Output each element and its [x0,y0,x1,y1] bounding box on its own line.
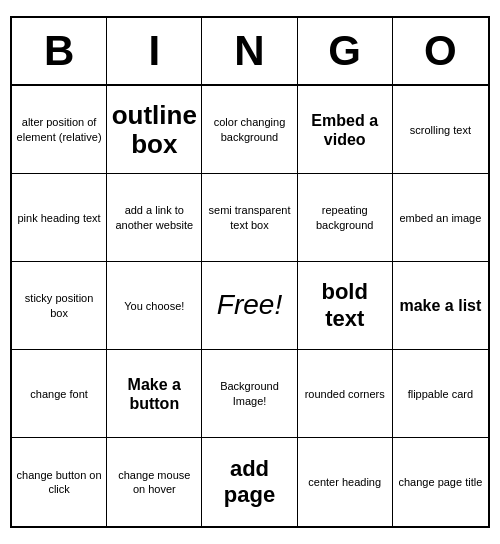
cell-text-4: scrolling text [410,123,471,137]
bingo-cell-18: rounded corners [298,350,393,438]
cell-text-18: rounded corners [305,387,385,401]
bingo-cell-3: Embed a video [298,86,393,174]
bingo-cell-17: Background Image! [202,350,297,438]
cell-text-12: Free! [217,287,282,323]
bingo-cell-22: add page [202,438,297,526]
bingo-cell-4: scrolling text [393,86,488,174]
cell-text-5: pink heading text [18,211,101,225]
bingo-cell-16: Make a button [107,350,202,438]
bingo-cell-19: flippable card [393,350,488,438]
cell-text-3: Embed a video [302,111,388,149]
cell-text-20: change button on click [16,468,102,497]
cell-text-0: alter position of element (relative) [16,115,102,144]
bingo-grid: alter position of element (relative)outl… [12,86,488,526]
cell-text-21: change mouse on hover [111,468,197,497]
bingo-cell-24: change page title [393,438,488,526]
bingo-cell-21: change mouse on hover [107,438,202,526]
cell-text-15: change font [30,387,88,401]
bingo-cell-10: sticky position box [12,262,107,350]
cell-text-7: semi transparent text box [206,203,292,232]
cell-text-6: add a link to another website [111,203,197,232]
bingo-cell-2: color changing background [202,86,297,174]
bingo-cell-15: change font [12,350,107,438]
bingo-cell-0: alter position of element (relative) [12,86,107,174]
bingo-card: BINGO alter position of element (relativ… [10,16,490,528]
bingo-cell-23: center heading [298,438,393,526]
cell-text-1: outline box [111,101,197,158]
bingo-letter-n: N [202,18,297,84]
cell-text-17: Background Image! [206,379,292,408]
bingo-cell-7: semi transparent text box [202,174,297,262]
cell-text-19: flippable card [408,387,473,401]
cell-text-11: You choose! [124,299,184,313]
bingo-cell-5: pink heading text [12,174,107,262]
bingo-letter-g: G [298,18,393,84]
bingo-cell-1: outline box [107,86,202,174]
cell-text-22: add page [206,456,292,509]
cell-text-2: color changing background [206,115,292,144]
bingo-cell-20: change button on click [12,438,107,526]
cell-text-8: repeating background [302,203,388,232]
cell-text-14: make a list [399,296,481,315]
bingo-cell-6: add a link to another website [107,174,202,262]
bingo-header: BINGO [12,18,488,86]
bingo-cell-8: repeating background [298,174,393,262]
bingo-cell-12: Free! [202,262,297,350]
cell-text-10: sticky position box [16,291,102,320]
cell-text-13: bold text [302,279,388,332]
cell-text-9: embed an image [399,211,481,225]
bingo-cell-11: You choose! [107,262,202,350]
bingo-letter-i: I [107,18,202,84]
cell-text-24: change page title [398,475,482,489]
bingo-cell-13: bold text [298,262,393,350]
cell-text-23: center heading [308,475,381,489]
bingo-letter-o: O [393,18,488,84]
bingo-letter-b: B [12,18,107,84]
bingo-cell-9: embed an image [393,174,488,262]
cell-text-16: Make a button [111,375,197,413]
bingo-cell-14: make a list [393,262,488,350]
